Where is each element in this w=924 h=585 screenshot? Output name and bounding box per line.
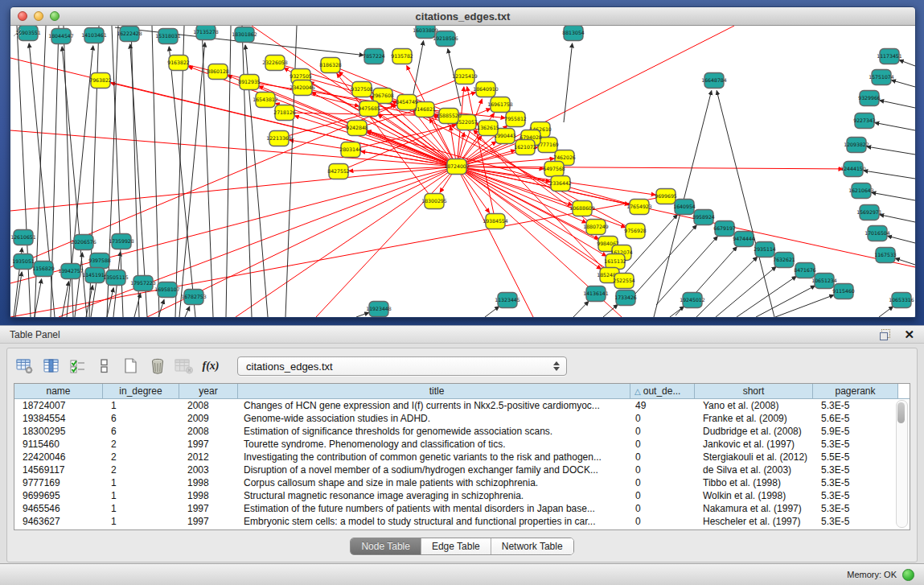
graph-node[interactable]: 18640910 [473, 82, 499, 97]
graph-node[interactable]: 6497568 [543, 162, 565, 177]
graph-node[interactable]: 1362615 [477, 121, 499, 136]
graph-node[interactable]: 15885520 [436, 109, 462, 124]
graph-node[interactable]: 1621072 [514, 140, 536, 155]
graph-node[interactable]: 19245012 [680, 293, 705, 308]
column-header-in_degree[interactable]: in_degree [103, 384, 179, 398]
float-panel-icon[interactable] [880, 329, 893, 340]
graph-node[interactable]: 18724007 [444, 159, 470, 175]
graph-node[interactable]: 1156829 [32, 262, 55, 277]
graph-node[interactable]: 7963822 [89, 73, 112, 89]
table-row[interactable]: 2242004622012Investigating the contribut… [14, 451, 910, 463]
graph-node[interactable]: 19218506 [433, 31, 458, 47]
graph-node[interactable]: 7632621 [773, 253, 795, 268]
graph-node[interactable]: 13505115 [103, 270, 129, 286]
graph-node[interactable]: 9163822 [167, 56, 190, 71]
graph-node[interactable]: 16961758 [487, 97, 513, 113]
graph-node[interactable]: 8471676 [794, 263, 816, 278]
table-row[interactable]: 1872400712008Changes of HCN gene express… [14, 399, 910, 412]
function-builder-icon[interactable]: f(x) [199, 356, 222, 377]
graph-node[interactable]: 2718126 [273, 105, 296, 121]
graph-node[interactable]: 1935051 [12, 254, 35, 270]
graph-node[interactable]: 7955812 [504, 112, 527, 127]
table-row[interactable]: 1938455462009Genome-wide association stu… [14, 412, 910, 425]
network-graph[interactable]: 1872400797771697462026649756823364421462… [10, 26, 915, 317]
graph-node[interactable]: 1615132 [604, 254, 626, 270]
graph-node[interactable]: 12325419 [452, 69, 478, 84]
graph-node[interactable]: 17957223 [130, 276, 156, 291]
graph-node[interactable]: 19384554 [483, 214, 508, 229]
zoom-window-button[interactable] [50, 11, 60, 21]
graph-node[interactable]: 11173451 [877, 49, 902, 64]
graph-node[interactable]: 17359928 [109, 234, 134, 249]
table-row[interactable]: 911546021997Tourette syndrome. Phenomeno… [14, 438, 910, 451]
network-canvas[interactable]: 1872400797771697462026649756823364421462… [10, 26, 915, 317]
table-settings-icon[interactable] [14, 356, 36, 377]
graph-node[interactable]: 16958107 [154, 282, 180, 298]
close-panel-icon[interactable]: ✕ [904, 329, 914, 340]
graph-node[interactable]: 8813054 [562, 26, 585, 41]
graph-node[interactable]: 9242848 [346, 121, 368, 136]
table-source-dropdown[interactable]: citations_edges.txt [237, 356, 567, 376]
graph-node[interactable]: 10653316 [889, 293, 914, 308]
graph-node[interactable]: 11923448 [366, 302, 392, 317]
graph-node[interactable]: 12610651 [10, 230, 36, 245]
table-scrollbar-thumb[interactable] [897, 402, 905, 423]
graph-node[interactable]: 18807249 [583, 220, 609, 235]
graph-node[interactable]: 23226058 [262, 56, 288, 71]
graph-node[interactable]: 23420046 [290, 80, 315, 96]
graph-node[interactable]: 16782753 [181, 290, 207, 305]
table-row[interactable]: 946362711997Embryonic stem cells: a mode… [14, 515, 910, 528]
graph-node[interactable]: 16648784 [701, 73, 727, 89]
table-row[interactable]: 977716911998Corpus callosum shape and si… [14, 476, 910, 489]
graph-node[interactable]: 8958924 [692, 210, 715, 225]
network-view-window[interactable]: citations_edges.txt 18724007977716974620… [10, 6, 916, 318]
column-header-out_de[interactable]: △out_de... [630, 384, 695, 398]
graph-node[interactable]: 2336442 [549, 176, 572, 192]
graph-node[interactable]: 9327508 [351, 82, 373, 97]
graph-node[interactable]: 15318031 [155, 29, 181, 44]
graph-node[interactable]: 13942757 [58, 264, 84, 279]
graph-node[interactable]: 2935114 [754, 242, 776, 257]
graph-node[interactable]: 12444150 [840, 162, 866, 177]
column-header-short[interactable]: short [695, 384, 813, 398]
select-all-columns-icon[interactable] [67, 356, 89, 377]
graph-node[interactable]: 9227343 [853, 113, 876, 129]
graph-node[interactable]: 9115460 [832, 284, 855, 299]
table-row[interactable]: 946554611997Estimation of the future num… [14, 502, 910, 515]
graph-node[interactable]: 9474444 [733, 232, 755, 247]
table-row[interactable]: 1830029562008Estimation of significance … [14, 425, 910, 438]
graph-node[interactable]: 8912935 [238, 75, 261, 90]
graph-node[interactable]: 2803144 [339, 142, 362, 158]
table-scrollbar[interactable] [896, 400, 908, 528]
graph-node[interactable]: 7857224 [363, 49, 385, 64]
graph-node[interactable]: 17016504 [864, 226, 890, 241]
graph-node[interactable]: 15751074 [869, 70, 894, 85]
row-visibility-icon[interactable] [93, 356, 116, 377]
graph-node[interactable]: 12093822 [844, 138, 869, 153]
graph-node[interactable]: 12213369 [266, 131, 292, 146]
graph-node[interactable]: 16210643 [848, 183, 874, 199]
graph-node[interactable]: 9475685 [358, 101, 380, 117]
graph-node[interactable]: 9329966 [858, 91, 881, 106]
table-row[interactable]: 969969511998Structural magnetic resonanc… [14, 489, 910, 502]
network-window-titlebar[interactable]: citations_edges.txt [10, 7, 915, 26]
tab-node-table[interactable]: Node Table [351, 538, 421, 554]
graph-node[interactable]: 9699695 [655, 189, 677, 204]
graph-node[interactable]: 8427552 [327, 164, 350, 179]
graph-node[interactable]: 1733426 [614, 290, 637, 306]
graph-node[interactable]: 11323445 [495, 293, 520, 308]
graph-node[interactable]: 1640954 [673, 200, 696, 215]
window-resize-grip[interactable] [10, 26, 22, 37]
graph-node[interactable]: 8454749 [396, 95, 418, 110]
graph-node[interactable]: 16543812 [253, 93, 278, 108]
column-header-year[interactable]: year [179, 384, 238, 398]
graph-node[interactable]: 14136141 [583, 286, 609, 302]
graph-node[interactable]: 9397588 [88, 253, 111, 269]
graph-node[interactable]: 10651234 [811, 274, 837, 289]
column-header-name[interactable]: name [14, 384, 103, 398]
table-row[interactable]: 1456911722003Disruption of a novel membe… [14, 463, 910, 476]
minimize-window-button[interactable] [34, 11, 43, 21]
graph-node[interactable]: 18300295 [421, 194, 447, 209]
show-column-icon[interactable] [40, 356, 63, 377]
graph-node[interactable]: 9756928 [624, 224, 647, 239]
